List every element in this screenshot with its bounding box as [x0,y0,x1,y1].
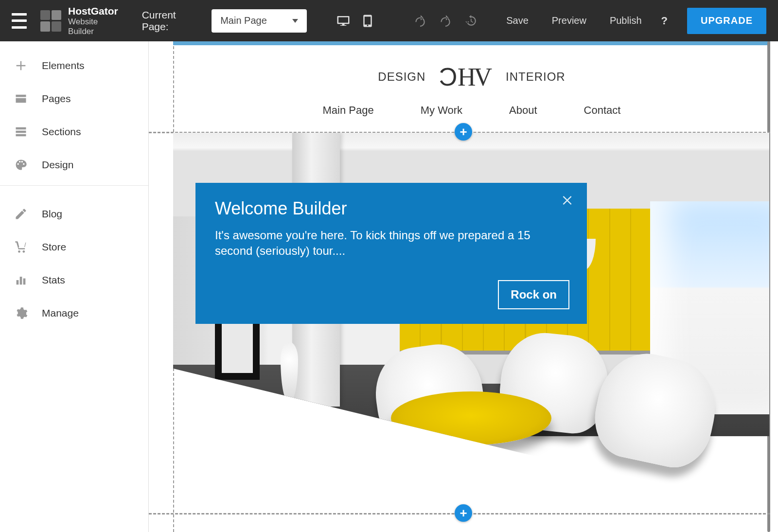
sidebar-item-store[interactable]: Store [0,231,148,264]
site-nav: Main Page My Work About Contact [323,104,621,117]
brand-logo-icon [40,10,61,32]
sidebar-item-elements[interactable]: Elements [0,49,148,82]
sidebar-item-design[interactable]: Design [0,148,148,181]
site-logo-left: DESIGN [378,70,425,84]
site-logo-row: DESIGN CHV INTERIOR [378,62,565,91]
sidebar-item-blog[interactable]: Blog [0,197,148,231]
svg-point-0 [18,250,20,253]
sidebar-item-manage[interactable]: Manage [0,297,148,330]
sidebar-item-label: Pages [42,93,71,105]
sidebar-item-label: Manage [42,307,79,319]
sidebar-item-label: Sections [42,126,81,138]
gear-icon [12,306,30,320]
site-header[interactable]: DESIGN CHV INTERIOR Main Page My Work Ab… [174,47,769,132]
brand-name: HostGator [68,5,124,17]
topbar: HostGator Website Builder Current Page: … [0,0,778,41]
nav-item[interactable]: Main Page [323,104,374,117]
svg-point-1 [23,250,25,253]
brand: HostGator Website Builder [40,5,124,37]
current-page-label: Current Page: [142,9,204,33]
sidebar-item-label: Design [42,159,73,171]
pencil-icon [12,207,30,221]
page-select[interactable]: Main Page [212,9,307,33]
sidebar-item-pages[interactable]: Pages [0,82,148,115]
nav-item[interactable]: Contact [584,104,621,117]
sidebar: Elements Pages Sections Design Blog Stor… [0,41,149,532]
sidebar-item-stats[interactable]: Stats [0,264,148,297]
welcome-body: It's awesome you're here. To kick things… [215,228,546,259]
upgrade-button[interactable]: UPGRADE [687,8,766,34]
sections-icon [12,125,30,139]
plus-icon [12,59,30,72]
welcome-title: Welcome Builder [215,198,567,219]
nav-item[interactable]: My Work [421,104,462,117]
brand-subtitle: Website Builder [68,17,124,37]
sidebar-divider [0,185,148,186]
nav-item[interactable]: About [509,104,537,117]
welcome-cta-button[interactable]: Rock on [498,280,569,309]
pages-icon [12,92,30,106]
save-button[interactable]: Save [506,15,529,26]
close-icon[interactable] [561,194,574,209]
history-controls [414,15,477,27]
site-logo-right: INTERIOR [506,70,566,84]
sidebar-item-label: Blog [42,208,62,220]
cart-icon [12,240,30,254]
top-links: Save Preview Publish [506,15,641,26]
palette-icon [12,158,30,172]
bars-icon [12,273,30,287]
caret-down-icon [292,19,298,23]
page-select-value: Main Page [220,15,267,26]
undo-icon[interactable] [414,15,426,27]
desktop-icon[interactable] [336,14,351,28]
redo-icon[interactable] [439,15,452,27]
help-icon[interactable]: ? [661,15,668,27]
mobile-icon[interactable] [360,14,375,28]
preview-button[interactable]: Preview [552,15,586,26]
site-logo-icon: CHV [441,62,490,91]
sidebar-item-label: Store [42,241,66,253]
sidebar-item-sections[interactable]: Sections [0,115,148,148]
selection-strip [173,41,770,45]
device-toggle [336,14,375,28]
add-section-bottom-button[interactable]: + [455,504,472,522]
menu-icon[interactable] [12,13,27,29]
sidebar-item-label: Elements [42,60,85,71]
history-icon[interactable] [464,15,477,27]
welcome-modal: Welcome Builder It's awesome you're here… [195,183,587,324]
publish-button[interactable]: Publish [610,15,642,26]
sidebar-item-label: Stats [42,274,65,286]
add-section-top-button[interactable]: + [455,123,472,141]
